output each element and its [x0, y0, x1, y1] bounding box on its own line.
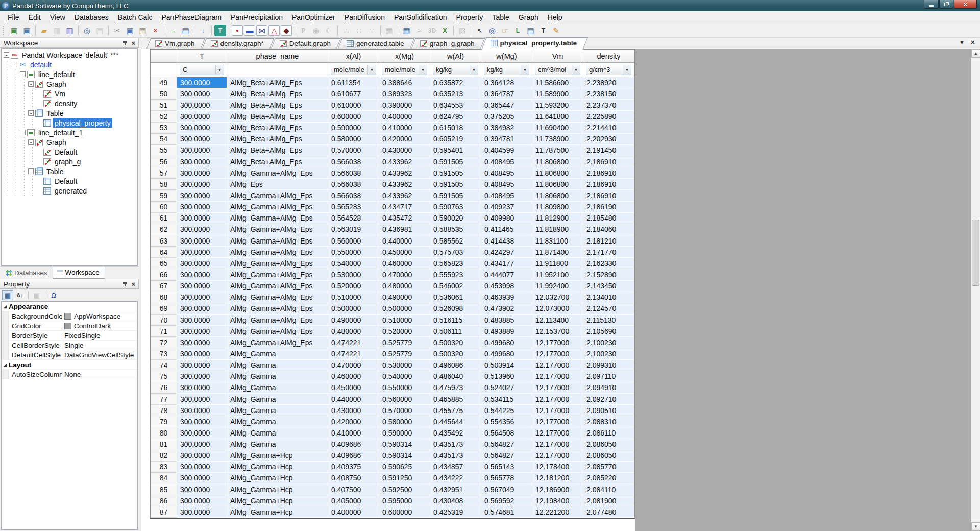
point-calc-icon[interactable]: • — [232, 25, 243, 36]
row-header[interactable]: 79 — [151, 416, 177, 427]
table-cell[interactable]: AlMg_Beta+AlMg_Eps — [227, 88, 328, 100]
table-cell[interactable]: 0.430000 — [379, 145, 430, 156]
tree-item-graph[interactable]: -Graph — [2, 79, 137, 89]
table-cell[interactable]: 300.0000 — [177, 450, 227, 462]
table-cell[interactable]: 0.433962 — [379, 179, 430, 190]
table-cell[interactable]: 2.171770 — [583, 247, 634, 258]
save-all-icon[interactable]: ▥ — [64, 25, 76, 36]
tree-item-density[interactable]: density — [2, 99, 137, 108]
alphabetical-icon[interactable]: A↓ — [14, 290, 26, 300]
table-cell[interactable]: 2.184060 — [583, 224, 634, 235]
table-cell[interactable]: 0.591505 — [430, 179, 481, 190]
row-header[interactable]: 64 — [151, 247, 177, 258]
row-header[interactable]: 84 — [151, 473, 177, 484]
table-cell[interactable]: 300.0000 — [177, 179, 227, 190]
table-cell[interactable]: AlMg_Gamma — [227, 394, 328, 405]
edit-table-icon[interactable]: ▦ — [401, 25, 412, 36]
table-cell[interactable]: AlMg_Gamma+AlMg_Eps — [227, 315, 328, 326]
table-cell[interactable]: 0.540000 — [328, 258, 379, 269]
tree-item-default[interactable]: Default — [2, 176, 137, 186]
menu-panoptimizer[interactable]: PanOptimizer — [287, 12, 340, 23]
row-header[interactable]: 52 — [151, 111, 177, 122]
tree-expander-icon[interactable]: - — [28, 168, 34, 174]
table-cell[interactable]: 0.430000 — [328, 405, 379, 416]
column-header-x-mg[interactable]: x(Mg) — [379, 50, 430, 63]
table-cell[interactable]: AlMg_Gamma+AlMg_Eps — [227, 269, 328, 280]
table-cell[interactable]: 0.567049 — [481, 484, 532, 495]
table-cell[interactable]: 0.473902 — [481, 303, 532, 315]
table-cell[interactable]: 0.563019 — [328, 224, 379, 235]
table-cell[interactable]: 300.0000 — [177, 281, 227, 292]
table-cell[interactable]: 300.0000 — [177, 371, 227, 382]
table-cell[interactable]: 0.404599 — [481, 145, 532, 156]
table-cell[interactable]: 2.088310 — [583, 416, 634, 427]
table-cell[interactable]: 300.0000 — [177, 213, 227, 224]
tree-expander-icon[interactable]: - — [4, 52, 9, 58]
load-tdb-icon[interactable]: T — [214, 25, 226, 36]
table-cell[interactable]: 300.0000 — [177, 167, 227, 179]
panel-close-icon[interactable]: × — [131, 281, 135, 287]
table-cell[interactable]: 2.238150 — [583, 88, 634, 100]
log-scale-icon[interactable]: L — [512, 25, 524, 36]
table-cell[interactable]: 300.0000 — [177, 111, 227, 122]
table-cell[interactable]: 300.0000 — [177, 134, 227, 145]
unit-select-x-al[interactable]: mole/mole▾ — [331, 65, 376, 75]
table-cell[interactable]: 0.500000 — [328, 303, 379, 315]
table-cell[interactable]: AlMg_Gamma+AlMg_Eps — [227, 235, 328, 247]
table-cell[interactable]: 0.530000 — [328, 269, 379, 280]
row-header[interactable]: 71 — [151, 326, 177, 337]
table-cell[interactable]: 0.540000 — [379, 371, 430, 382]
table-cell[interactable]: 2.186190 — [583, 202, 634, 213]
table-cell[interactable]: 12.177000 — [532, 360, 583, 371]
table-cell[interactable]: 0.408495 — [481, 179, 532, 190]
table-cell[interactable]: 0.564827 — [481, 439, 532, 450]
table-cell[interactable]: 0.440000 — [379, 235, 430, 247]
table-cell[interactable]: 0.493889 — [481, 326, 532, 337]
table-cell[interactable]: 0.409375 — [328, 462, 379, 473]
table-cell[interactable]: 300.0000 — [177, 156, 227, 167]
table-cell[interactable]: 2.202930 — [583, 134, 634, 145]
table-cell[interactable]: 0.591505 — [430, 156, 481, 167]
table-cell[interactable]: 0.500320 — [430, 337, 481, 348]
table-cell[interactable]: 2.237370 — [583, 100, 634, 111]
table-cell[interactable]: 0.453998 — [481, 281, 532, 292]
column-header-w-al[interactable]: w(Al) — [430, 50, 481, 63]
table-cell[interactable]: 0.566038 — [328, 190, 379, 201]
table-cell[interactable]: 0.433962 — [379, 167, 430, 179]
row-header[interactable]: 82 — [151, 450, 177, 462]
table-cell[interactable]: 2.085770 — [583, 462, 634, 473]
column-header-t[interactable]: T — [177, 50, 227, 63]
table-cell[interactable]: 2.214410 — [583, 123, 634, 134]
table-cell[interactable]: 0.595401 — [430, 145, 481, 156]
table-cell[interactable]: 12.181200 — [532, 473, 583, 484]
table-cell[interactable]: 12.177000 — [532, 439, 583, 450]
unit-select-x-mg[interactable]: mole/mole▾ — [382, 65, 427, 75]
doc-tab-vm-graph[interactable]: Vm.graph — [149, 38, 203, 49]
table-cell[interactable]: 0.624795 — [430, 111, 481, 122]
table-cell[interactable]: 0.463939 — [481, 292, 532, 303]
minimize-button[interactable] — [924, 0, 939, 9]
table-cell[interactable]: 0.615018 — [430, 123, 481, 134]
table-cell[interactable]: 0.430408 — [430, 495, 481, 506]
tree-item-graph-g[interactable]: graph_g — [2, 157, 137, 166]
tree-expander-icon[interactable]: - — [28, 81, 34, 87]
table-cell[interactable]: 0.610000 — [328, 100, 379, 111]
menu-pandiffusion[interactable]: PanDiffusion — [340, 12, 389, 23]
row-header[interactable]: 50 — [151, 88, 177, 100]
table-cell[interactable]: 12.221200 — [532, 506, 583, 518]
table-cell[interactable]: AlMg_Gamma+Hcp — [227, 495, 328, 506]
table-cell[interactable]: 0.408750 — [328, 473, 379, 484]
table-cell[interactable]: 0.600000 — [328, 111, 379, 122]
doc-tab-density-graph[interactable]: density.graph* — [204, 38, 272, 49]
column-header-corner[interactable] — [151, 50, 177, 63]
row-header[interactable]: 65 — [151, 258, 177, 269]
table-cell[interactable]: 2.181210 — [583, 235, 634, 247]
table-cell[interactable]: 11.871400 — [532, 247, 583, 258]
table-cell[interactable]: 2.100230 — [583, 337, 634, 348]
table-cell[interactable]: 0.432951 — [430, 484, 481, 495]
table-cell[interactable]: AlMg_Gamma — [227, 405, 328, 416]
row-header[interactable]: 60 — [151, 202, 177, 213]
table-cell[interactable]: 0.408495 — [481, 167, 532, 179]
tree-item-table[interactable]: -Table — [2, 108, 137, 118]
table-cell[interactable]: AlMg_Gamma+Hcp — [227, 462, 328, 473]
